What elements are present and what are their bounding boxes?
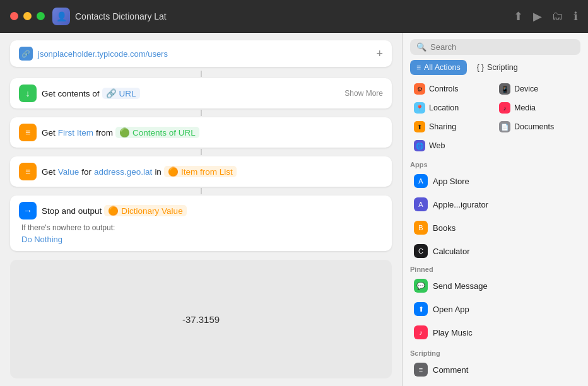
- titlebar-actions: ⬆ ▶ 🗂 ℹ: [514, 9, 578, 23]
- stop-icon: →: [19, 202, 37, 219]
- send-message-item[interactable]: 💬 Send Message: [406, 274, 584, 297]
- apple-igurator-label: Apple...igurator: [433, 200, 488, 209]
- play-icon[interactable]: ▶: [533, 9, 542, 23]
- stop-row: → Stop and output 🟠 Dictionary Value: [19, 202, 383, 219]
- contents-pill: 🟢 Contents of URL: [115, 127, 199, 138]
- web-category[interactable]: 🌐 Web: [410, 137, 495, 155]
- open-app-label: Open App: [433, 305, 469, 314]
- get-first-item-action[interactable]: ≡ Get First Item from 🟢 Contents of URL: [10, 117, 392, 148]
- location-label: Location: [429, 103, 459, 112]
- search-input-wrap: 🔍: [410, 39, 580, 55]
- play-music-label: Play Music: [433, 328, 473, 337]
- controls-icon: ⚙: [414, 83, 425, 95]
- device-label: Device: [514, 85, 538, 93]
- comment-label: Comment: [433, 365, 468, 375]
- show-more-button[interactable]: Show More: [344, 89, 383, 98]
- controls-category[interactable]: ⚙ Controls: [410, 80, 495, 98]
- app-store-item[interactable]: A App Store: [406, 170, 584, 192]
- stop-subtext: If there's nowhere to output:: [19, 223, 383, 232]
- open-app-icon: ⬆: [414, 302, 428, 316]
- category-tabs: ≡ All Actions { } Scripting: [403, 60, 588, 80]
- get-contents-action[interactable]: ↓ Get contents of 🔗 URL Show More: [10, 78, 392, 108]
- get-value-action[interactable]: ≡ Get Value for address.geo.lat in 🟠 Ite…: [10, 156, 392, 187]
- app-store-icon: A: [414, 174, 428, 188]
- media-label: Media: [514, 103, 536, 112]
- connector-4: [10, 188, 392, 194]
- device-category[interactable]: 📱 Device: [495, 80, 580, 98]
- output-value: -37.3159: [182, 314, 220, 325]
- url-pill: 🔗 URL: [102, 88, 140, 99]
- stop-output-action[interactable]: → Stop and output 🟠 Dictionary Value If …: [10, 196, 392, 251]
- show-result-item[interactable]: ! Show Result: [406, 382, 584, 386]
- do-nothing-link[interactable]: Do Nothing: [21, 235, 62, 244]
- scripting-icon: { }: [477, 63, 484, 72]
- documents-label: Documents: [514, 122, 554, 131]
- media-icon: ♪: [499, 102, 510, 114]
- actions-right-list: A App Store A Apple...igurator B Books C…: [403, 170, 588, 386]
- add-url-button[interactable]: +: [376, 47, 383, 61]
- connector-1: [10, 71, 392, 77]
- sharing-label: Sharing: [429, 122, 456, 131]
- output-area: -37.3159: [10, 260, 392, 378]
- item-from-list-pill: 🟠 Item from List: [164, 166, 237, 177]
- all-actions-icon: ≡: [416, 63, 421, 72]
- get-first-icon: ≡: [19, 124, 37, 141]
- calculator-icon: C: [414, 244, 428, 258]
- device-icon: 📱: [499, 83, 510, 95]
- apple-igurator-icon: A: [414, 197, 428, 211]
- search-bar: 🔍: [403, 33, 588, 60]
- connector-line: [201, 149, 202, 155]
- close-button[interactable]: [10, 12, 18, 20]
- info-icon[interactable]: ℹ: [573, 9, 578, 23]
- all-actions-label: All Actions: [424, 63, 461, 72]
- all-actions-tab[interactable]: ≡ All Actions: [410, 60, 467, 75]
- calculator-label: Calculator: [433, 247, 470, 256]
- get-contents-text: Get contents of 🔗 URL: [42, 88, 383, 99]
- apple-igurator-item[interactable]: A Apple...igurator: [406, 193, 584, 216]
- play-music-item[interactable]: ♪ Play Music: [406, 321, 584, 344]
- add-to-library-icon[interactable]: 🗂: [552, 9, 563, 23]
- get-contents-icon: ↓: [19, 85, 37, 102]
- sharing-category[interactable]: ⬆ Sharing: [410, 118, 495, 136]
- dict-value-pill: 🟠 Dictionary Value: [104, 205, 186, 216]
- main-content: 🔗 jsonplaceholder.typicode.com/users + ↓…: [0, 33, 588, 386]
- web-icon: 🌐: [414, 140, 425, 151]
- actions-list: 🔗 jsonplaceholder.typicode.com/users + ↓…: [0, 33, 402, 260]
- url-bar[interactable]: 🔗 jsonplaceholder.typicode.com/users +: [10, 40, 392, 67]
- search-input[interactable]: [430, 42, 574, 52]
- scripting-tab[interactable]: { } Scripting: [471, 60, 524, 75]
- calculator-item[interactable]: C Calculator: [406, 240, 584, 262]
- web-label: Web: [429, 141, 445, 150]
- documents-category[interactable]: 📄 Documents: [495, 118, 580, 136]
- controls-label: Controls: [429, 85, 459, 93]
- url-value: jsonplaceholder.typicode.com/users: [38, 49, 371, 59]
- stop-text: Stop and output 🟠 Dictionary Value: [42, 205, 383, 216]
- scripting-section-label: Scripting: [403, 344, 588, 358]
- comment-item[interactable]: ≡ Comment: [406, 358, 584, 381]
- location-category[interactable]: 📍 Location: [410, 99, 495, 117]
- workflow-panel: 🔗 jsonplaceholder.typicode.com/users + ↓…: [0, 33, 403, 386]
- share-icon[interactable]: ⬆: [514, 9, 523, 23]
- documents-icon: 📄: [499, 121, 510, 132]
- media-category[interactable]: ♪ Media: [495, 99, 580, 117]
- actions-panel: 🔍 ≡ All Actions { } Scripting ⚙ Controls…: [403, 33, 588, 386]
- location-icon: 📍: [414, 102, 425, 114]
- traffic-lights: [10, 12, 45, 20]
- titlebar: 👤 Contacts Dictionary Lat ⬆ ▶ 🗂 ℹ: [0, 0, 588, 33]
- fullscreen-button[interactable]: [37, 12, 45, 20]
- books-item[interactable]: B Books: [406, 216, 584, 239]
- connector-line: [201, 188, 202, 194]
- connector-3: [10, 149, 392, 155]
- search-icon: 🔍: [416, 42, 426, 52]
- books-icon: B: [414, 221, 428, 235]
- value-link: Value: [58, 167, 79, 177]
- minimize-button[interactable]: [23, 12, 32, 20]
- categories-grid: ⚙ Controls 📱 Device 📍 Location ♪ Media ⬆…: [403, 80, 588, 158]
- connector-2: [10, 110, 392, 116]
- first-item-link: First Item: [58, 128, 93, 137]
- sharing-icon: ⬆: [414, 121, 425, 132]
- open-app-item[interactable]: ⬆ Open App: [406, 298, 584, 320]
- play-music-icon: ♪: [414, 325, 428, 339]
- send-message-icon: 💬: [414, 279, 428, 293]
- window-title: Contacts Dictionary Lat: [75, 11, 514, 21]
